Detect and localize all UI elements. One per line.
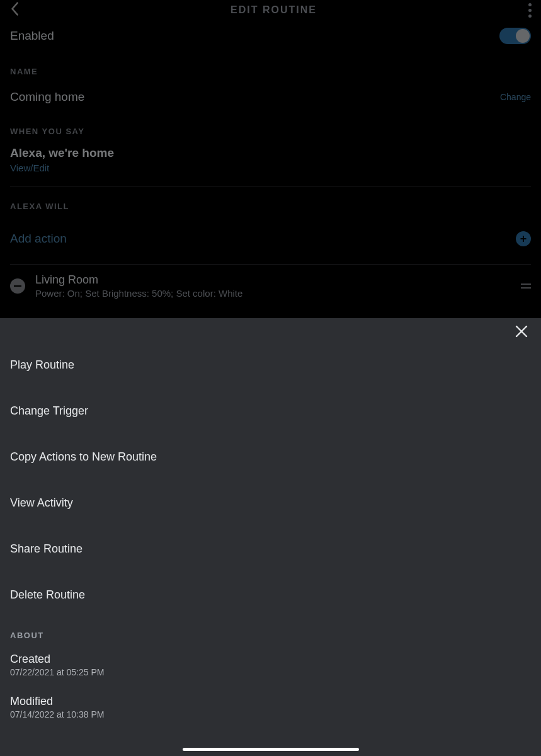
action-title: Living Room: [35, 273, 511, 287]
dot-icon: [528, 14, 532, 18]
close-bar: [0, 318, 541, 342]
action-content: Living Room Power: On; Set Brightness: 5…: [35, 273, 511, 299]
enabled-row: Enabled: [0, 20, 541, 52]
trigger-row: Alexa, we're home: [0, 142, 541, 161]
header: EDIT ROUTINE: [0, 0, 541, 20]
trigger-section-label: WHEN YOU SAY: [0, 112, 541, 142]
action-row[interactable]: Living Room Power: On; Set Brightness: 5…: [0, 265, 541, 307]
name-section-label: NAME: [0, 52, 541, 83]
about-section-label: ABOUT: [0, 618, 541, 646]
routine-name: Coming home: [10, 90, 500, 104]
modified-value: 07/14/2022 at 10:38 PM: [10, 709, 531, 719]
trigger-edit-link[interactable]: View/Edit: [0, 161, 541, 182]
add-action-label: Add action: [10, 232, 516, 246]
menu-play-routine[interactable]: Play Routine: [0, 342, 541, 388]
change-name-link[interactable]: Change: [500, 92, 531, 102]
remove-action-button[interactable]: [10, 278, 25, 294]
menu-change-trigger[interactable]: Change Trigger: [0, 388, 541, 434]
close-icon[interactable]: [515, 324, 528, 338]
menu-share-routine[interactable]: Share Routine: [0, 526, 541, 572]
divider: [10, 186, 531, 186]
name-row[interactable]: Coming home Change: [0, 83, 541, 112]
plus-icon: +: [516, 231, 531, 246]
minus-icon: [14, 285, 21, 287]
modified-label: Modified: [10, 695, 531, 708]
action-sheet: Play Routine Change Trigger Copy Actions…: [0, 318, 541, 756]
created-label: Created: [10, 653, 531, 666]
enabled-label: Enabled: [10, 29, 499, 43]
home-indicator[interactable]: [183, 748, 359, 751]
chevron-left-icon: [10, 1, 19, 16]
drag-handle-icon[interactable]: [521, 284, 531, 289]
about-created: Created 07/22/2021 at 05:25 PM: [0, 646, 541, 689]
menu-delete-routine[interactable]: Delete Routine: [0, 572, 541, 618]
more-menu-button[interactable]: [528, 3, 531, 18]
menu-copy-actions[interactable]: Copy Actions to New Routine: [0, 434, 541, 480]
trigger-phrase: Alexa, we're home: [10, 146, 531, 160]
actions-section-label: ALEXA WILL: [0, 186, 541, 217]
created-value: 07/22/2021 at 05:25 PM: [10, 667, 531, 677]
menu-view-activity[interactable]: View Activity: [0, 480, 541, 526]
action-desc: Power: On; Set Brightness: 50%; Set colo…: [35, 288, 511, 299]
add-action-row[interactable]: Add action +: [0, 217, 541, 260]
dot-icon: [528, 3, 532, 6]
back-button[interactable]: [10, 1, 19, 19]
about-modified: Modified 07/14/2022 at 10:38 PM: [0, 689, 541, 731]
divider: [10, 264, 531, 265]
enabled-toggle[interactable]: [499, 28, 531, 44]
dot-icon: [528, 9, 532, 12]
page-title: EDIT ROUTINE: [19, 4, 528, 16]
